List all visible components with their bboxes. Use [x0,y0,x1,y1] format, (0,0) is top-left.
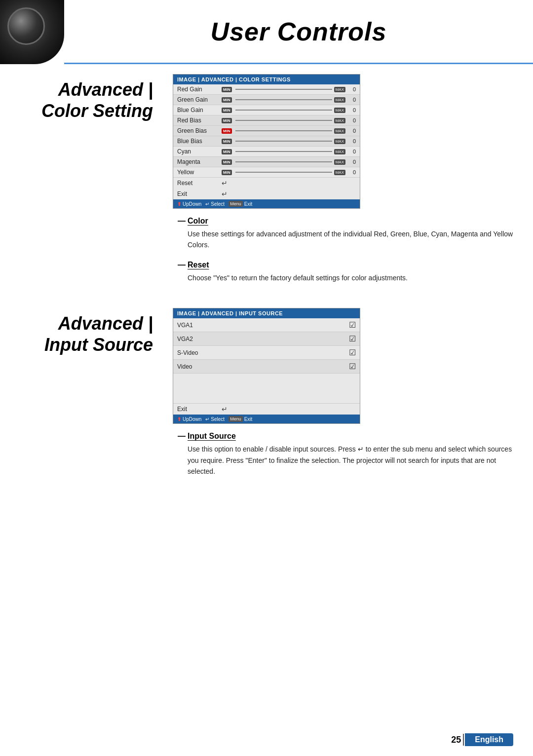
input-source-subsection-text: Use this option to enable / disable inpu… [178,444,513,477]
input-osd-footer-select-label: Select [211,416,225,422]
osd-min-btn-5: MIN [222,128,232,134]
color-subsection-text: Use these settings for advanced adjustme… [178,228,513,251]
osd-label-input-exit: Exit [177,406,222,413]
osd-footer-exit-label: Exit [244,201,253,207]
input-updown-icon: ⬆ [177,416,181,422]
osd-value-cyan: 0 [347,149,356,154]
osd-min-btn-4: MIN [222,118,232,123]
osd-label-reset: Reset [177,180,222,187]
page-number: 25 [451,735,461,745]
color-osd-header: IMAGE | ADVANCED | COLOR SETTINGS [173,75,360,84]
osd-label-red-bias: Red Bias [177,117,222,124]
updown-icon: ⬆ [177,201,181,207]
osd-slider-yellow [235,172,332,173]
osd-row-blue-bias: Blue Bias MIN MAX 0 [173,136,360,147]
input-section-title: Advanced |Input Source [44,313,153,355]
osd-row-red-gain: Red Gain MIN MAX 0 [173,84,360,95]
osd-min-btn-6: MIN [222,139,232,144]
color-section-title: Advanced |Color Setting [41,79,153,121]
advanced-input-section: Advanced |Input Source IMAGE | ADVANCED … [20,308,513,487]
osd-footer-nav-label: UpDown [183,201,201,207]
reset-subsection-title: Reset [178,261,513,269]
input-osd-footer-menu: Menu Exit [228,416,252,422]
osd-value-red-bias: 0 [347,117,356,123]
osd-label-blue-gain: Blue Gain [177,107,222,113]
color-osd-box: IMAGE | ADVANCED | COLOR SETTINGS Red Ga… [173,74,360,209]
osd-exit-enter-icon: ↵ [222,190,228,198]
osd-label-magenta: Magenta [177,158,222,165]
osd-check-vga2: ☑ [349,334,356,343]
page-header: User Controls [0,0,533,64]
osd-row-exit: Exit ↵ [173,189,360,199]
osd-value-red-gain: 0 [347,86,356,92]
osd-label-svideo: S-Video [177,349,349,356]
input-osd-box: IMAGE | ADVANCED | INPUT SOURCE VGA1 ☑ V… [173,308,360,424]
input-osd-footer-nav: ⬆ UpDown [177,416,201,422]
input-menu-btn-label: Menu [228,416,243,422]
osd-row-yellow: Yellow MIN MAX 0 [173,167,360,178]
osd-row-vga2: VGA2 ☑ [173,332,360,346]
osd-row-red-bias: Red Bias MIN MAX 0 [173,115,360,126]
reset-subsection-text: Choose "Yes" to return the factory defau… [178,272,513,283]
osd-max-btn-4: MAX [334,118,345,123]
osd-slider-green-bias [235,130,332,131]
osd-blank-area [173,374,360,403]
osd-min-btn: MIN [222,87,232,92]
osd-row-green-gain: Green Gain MIN MAX 0 [173,95,360,105]
osd-row-reset: Reset ↵ [173,178,360,189]
color-subsection: Color Use these settings for advanced ad… [173,217,513,251]
osd-min-btn-2: MIN [222,97,232,103]
osd-max-btn-8: MAX [334,159,345,165]
osd-label-vga1: VGA1 [177,322,349,329]
osd-slider-cyan [235,151,332,152]
input-osd-footer-nav-label: UpDown [183,416,201,422]
input-select-enter-icon: ↵ [205,416,209,422]
select-enter-icon: ↵ [205,201,209,207]
osd-value-blue-gain: 0 [347,107,356,113]
osd-max-btn-5: MAX [334,128,345,134]
input-osd-footer-exit-label: Exit [244,416,253,422]
osd-label-green-gain: Green Gain [177,96,222,103]
input-source-subsection: Input Source Use this option to enable /… [173,432,513,477]
color-subsection-title: Color [178,217,513,226]
input-section-title-block: Advanced |Input Source [20,308,158,487]
lens-decoration [0,0,64,64]
input-osd-header: IMAGE | ADVANCED | INPUT SOURCE [173,308,360,318]
osd-row-vga1: VGA1 ☑ [173,318,360,332]
osd-label-video: Video [177,363,349,370]
osd-label-red-gain: Red Gain [177,86,222,93]
osd-label-blue-bias: Blue Bias [177,138,222,145]
osd-label-green-bias: Green Bias [177,127,222,134]
osd-check-svideo: ☑ [349,348,356,357]
osd-footer-menu: Menu Exit [228,201,252,207]
osd-label-vga2: VGA2 [177,336,349,342]
color-descriptions: Color Use these settings for advanced ad… [173,217,513,293]
osd-max-btn: MAX [334,87,345,92]
page-divider [463,734,464,746]
main-content: Advanced |Color Setting IMAGE | ADVANCED… [0,64,533,521]
osd-value-yellow: 0 [347,169,356,175]
osd-value-magenta: 0 [347,159,356,165]
osd-footer-select-label: Select [211,201,225,207]
page-footer: 25 English [451,733,513,746]
menu-btn-label: Menu [228,201,243,207]
osd-row-svideo: S-Video ☑ [173,346,360,360]
osd-row-blue-gain: Blue Gain MIN MAX 0 [173,105,360,115]
osd-row-cyan: Cyan MIN MAX 0 [173,147,360,157]
input-source-subsection-title: Input Source [178,432,513,441]
osd-footer-select: ↵ Select [205,201,225,207]
osd-max-btn-2: MAX [334,97,345,103]
color-osd-footer: ⬆ UpDown ↵ Select Menu Exit [173,199,360,208]
osd-slider-blue-bias [235,141,332,142]
osd-max-btn-6: MAX [334,139,345,144]
osd-label-exit: Exit [177,190,222,197]
osd-min-btn-7: MIN [222,149,232,154]
osd-footer-nav: ⬆ UpDown [177,201,201,207]
osd-row-input-exit: Exit ↵ [173,403,360,415]
osd-value-green-bias: 0 [347,128,356,134]
osd-min-btn-3: MIN [222,108,232,113]
osd-min-btn-8: MIN [222,159,232,165]
osd-max-btn-3: MAX [334,108,345,113]
osd-max-btn-9: MAX [334,170,345,175]
osd-min-btn-9: MIN [222,170,232,175]
